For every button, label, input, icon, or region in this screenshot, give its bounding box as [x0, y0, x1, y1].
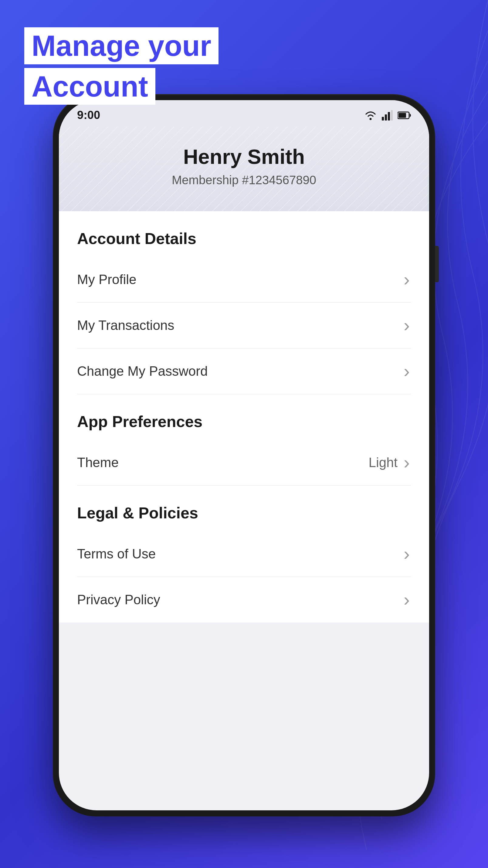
my-transactions-label: My Transactions: [77, 318, 174, 333]
header-line-2: Account: [24, 68, 155, 105]
theme-right: Light: [369, 455, 411, 470]
status-icons: [364, 110, 411, 121]
wifi-icon: [364, 110, 377, 121]
privacy-policy-label: Privacy Policy: [77, 592, 160, 607]
theme-value: Light: [369, 455, 398, 470]
my-transactions-right: [402, 319, 411, 332]
privacy-policy-chevron-icon: [402, 593, 411, 607]
change-password-label: Change My Password: [77, 364, 208, 379]
header-line-1: Manage your: [24, 27, 218, 64]
svg-rect-6: [398, 113, 406, 118]
profile-name: Henry Smith: [77, 145, 411, 168]
terms-of-use-chevron-icon: [402, 547, 411, 561]
profile-header: Henry Smith Membership #1234567890: [59, 127, 429, 211]
content-area: Account Details My Profile My Transactio…: [59, 211, 429, 622]
phone-screen: 9:00: [59, 100, 429, 810]
phone-side-button: [435, 246, 439, 282]
header-text-line2: Account: [32, 70, 148, 102]
my-profile-right: [402, 273, 411, 286]
terms-of-use-right: [402, 547, 411, 561]
section-account-details-header: Account Details: [77, 211, 411, 257]
section-app-preferences-header: App Preferences: [77, 394, 411, 440]
menu-item-terms-of-use[interactable]: Terms of Use: [77, 531, 411, 577]
status-time: 9:00: [77, 108, 100, 122]
change-password-chevron-icon: [402, 365, 411, 378]
menu-item-privacy-policy[interactable]: Privacy Policy: [77, 577, 411, 622]
menu-item-theme[interactable]: Theme Light: [77, 440, 411, 486]
menu-item-change-password[interactable]: Change My Password: [77, 348, 411, 394]
phone-outer-shell: 9:00: [53, 94, 435, 816]
battery-icon: [398, 110, 411, 121]
my-profile-chevron-icon: [402, 273, 411, 286]
terms-of-use-label: Terms of Use: [77, 546, 156, 561]
privacy-policy-right: [402, 593, 411, 607]
section-legal-policies-header: Legal & Policies: [77, 486, 411, 531]
svg-point-0: [370, 118, 372, 120]
phone-mockup: 9:00: [53, 94, 435, 816]
theme-chevron-icon: [402, 456, 411, 469]
my-transactions-chevron-icon: [402, 319, 411, 332]
svg-rect-4: [391, 110, 393, 121]
svg-rect-3: [388, 112, 390, 121]
signal-icon: [382, 110, 393, 121]
header-section: Manage your Account: [24, 27, 218, 108]
header-text-line1: Manage your: [32, 29, 211, 62]
svg-rect-1: [382, 117, 384, 121]
menu-item-my-profile[interactable]: My Profile: [77, 257, 411, 303]
theme-label: Theme: [77, 455, 119, 470]
membership-id: Membership #1234567890: [77, 173, 411, 187]
svg-rect-2: [385, 115, 387, 121]
change-password-right: [402, 365, 411, 378]
my-profile-label: My Profile: [77, 272, 136, 287]
menu-item-my-transactions[interactable]: My Transactions: [77, 303, 411, 348]
